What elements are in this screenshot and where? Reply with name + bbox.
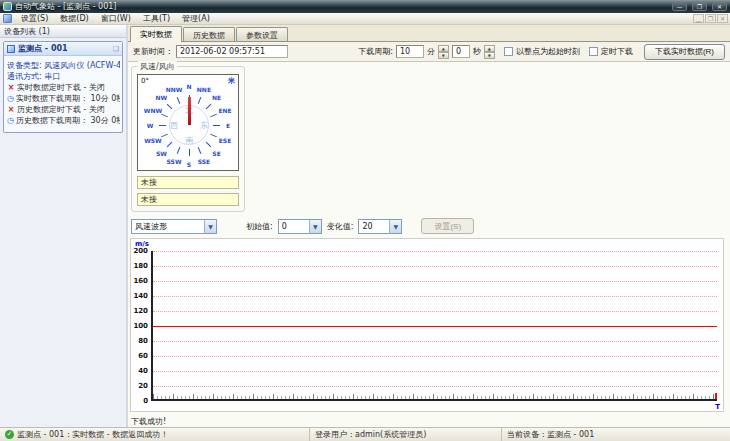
compass-direction-label: N bbox=[186, 83, 191, 90]
gridline bbox=[153, 296, 717, 297]
step-down-icon[interactable]: ▼ bbox=[484, 52, 495, 59]
pin-icon[interactable]: ❏ bbox=[113, 45, 119, 53]
app-icon bbox=[3, 2, 12, 11]
compass-direction-label: WNW bbox=[144, 107, 162, 114]
seconds-stepper[interactable]: ▲▼ bbox=[484, 45, 495, 58]
tab-实时数据[interactable]: 实时数据 bbox=[130, 26, 182, 42]
minutes-stepper[interactable]: ▲▼ bbox=[438, 45, 449, 58]
compass-spoke-icon bbox=[189, 149, 190, 156]
menu-items: 设置(S)数据(D)窗口(W)工具(T)管理(A) bbox=[15, 13, 216, 24]
window-title: 自动气象站 - [监测点 - 001] bbox=[15, 1, 667, 12]
y-tick-label: 40 bbox=[131, 367, 148, 375]
menu-item[interactable]: 设置(S) bbox=[15, 13, 54, 24]
status-bar: ✓ 监测点 - 001：实时数据 - 数据返回成功！ 登录用户：admin(系统… bbox=[0, 427, 730, 441]
y-tick-label: 100 bbox=[131, 322, 148, 330]
device-info-text: 实时数据下载周期： 10分 0秒 bbox=[16, 93, 120, 104]
seconds-unit-label: 秒 bbox=[473, 46, 481, 57]
chart: m/s T 200180160140120100806040200 bbox=[130, 238, 724, 412]
red-x-icon: × bbox=[7, 105, 15, 114]
settings-button[interactable]: 设置(S) bbox=[421, 218, 474, 234]
tab-参数设置[interactable]: 参数设置 bbox=[236, 27, 288, 41]
compass-spoke-icon bbox=[159, 125, 166, 126]
timed-download-label: 定时下载 bbox=[601, 46, 633, 57]
step-up-icon[interactable]: ▲ bbox=[484, 45, 495, 52]
compass-spoke-icon bbox=[161, 113, 168, 117]
compass-direction-label: NNE bbox=[197, 85, 211, 92]
compass-spoke-icon bbox=[177, 97, 181, 104]
menu-bar: 设置(S)数据(D)窗口(W)工具(T)管理(A) ▁ ❐ ✕ bbox=[0, 13, 730, 25]
menu-item[interactable]: 数据(D) bbox=[54, 13, 94, 24]
start-on-hour-checkbox-row[interactable]: 以整点为起始时刻 bbox=[504, 46, 580, 57]
gridline bbox=[153, 356, 717, 357]
compass-spoke-icon bbox=[213, 125, 220, 126]
device-panel[interactable]: 监测点 - 001 ❏ 设备类型: 风速风向仪 (ACFW-4)通讯方式: 串口… bbox=[3, 41, 123, 133]
compass-cn-s: 南 bbox=[185, 135, 193, 146]
timed-download-checkbox[interactable] bbox=[589, 47, 598, 56]
status-user-segment: 登录用户：admin(系统管理员) bbox=[310, 428, 502, 441]
minimize-button[interactable]: — bbox=[672, 2, 687, 11]
tab-历史数据[interactable]: 历史数据 bbox=[183, 27, 235, 41]
compass-spoke-icon bbox=[205, 104, 211, 110]
compass-cn-e: 东 bbox=[200, 120, 208, 131]
step-up-icon[interactable]: ▲ bbox=[438, 45, 449, 52]
compass-direction-label: WSW bbox=[144, 136, 162, 143]
start-on-hour-checkbox[interactable] bbox=[504, 47, 513, 56]
status-message: 监测点 - 001：实时数据 - 数据返回成功！ bbox=[17, 429, 168, 440]
compass-rose: 0° 米 NNNENEENEEESESESSESSSWSWWSWWWNWNWNN… bbox=[137, 74, 239, 171]
y-tick-label: 0 bbox=[131, 397, 148, 405]
tab-bar: 实时数据历史数据参数设置 bbox=[128, 25, 730, 42]
device-panel-body: 设备类型: 风速风向仪 (ACFW-4)通讯方式: 串口×实时数据定时下载 - … bbox=[4, 56, 122, 132]
device-info-line: 通讯方式: 串口 bbox=[7, 71, 120, 82]
menu-item[interactable]: 管理(A) bbox=[176, 13, 216, 24]
gridline bbox=[153, 371, 717, 372]
plot-area bbox=[151, 251, 717, 401]
wind-groupbox: 风速/风向 0° 米 NNNENEENEEESESESSESSSWSWWSWWW… bbox=[131, 66, 245, 212]
compass-cn-w: 西 bbox=[170, 120, 178, 131]
waveform-select[interactable]: 风速波形 ▼ bbox=[131, 219, 217, 234]
chart-xlabel: T bbox=[715, 403, 720, 411]
device-info-line: ◷历史数据下载周期： 30分 0秒 bbox=[7, 115, 120, 126]
chevron-down-icon: ▼ bbox=[204, 220, 216, 233]
menu-item[interactable]: 窗口(W) bbox=[95, 13, 137, 24]
wind-unit-label: 米 bbox=[228, 76, 235, 86]
maximize-button[interactable]: ❐ bbox=[692, 2, 707, 11]
x-axis-major-ticks bbox=[153, 394, 717, 399]
download-status-message: 下载成功! bbox=[131, 416, 166, 427]
device-info-text: 实时数据定时下载 - 关闭 bbox=[17, 82, 105, 93]
download-realtime-button[interactable]: 下载实时数据(R) bbox=[644, 44, 725, 60]
gridline bbox=[153, 386, 717, 387]
start-on-hour-label: 以整点为起始时刻 bbox=[516, 46, 580, 57]
clock-icon: ◷ bbox=[7, 116, 14, 125]
mdi-minimize-icon[interactable]: ▁ bbox=[693, 14, 704, 23]
device-info-text: 通讯方式: 串口 bbox=[7, 71, 60, 82]
compass-direction-label: SSE bbox=[198, 158, 210, 165]
timed-download-checkbox-row[interactable]: 定时下载 bbox=[589, 46, 633, 57]
chevron-down-icon: ▼ bbox=[389, 220, 401, 233]
close-button[interactable]: ✕ bbox=[712, 2, 727, 11]
compass-spoke-icon bbox=[167, 104, 173, 110]
initial-value-label: 初始值: bbox=[246, 221, 273, 232]
compass-direction-label: ESE bbox=[219, 136, 232, 143]
device-panel-header[interactable]: 监测点 - 001 ❏ bbox=[4, 42, 122, 56]
initial-value-select[interactable]: 0 ▼ bbox=[278, 219, 322, 234]
device-icon bbox=[7, 45, 15, 53]
change-value-select[interactable]: 20 ▼ bbox=[358, 219, 402, 234]
device-sidebar: 设备列表 (1) 监测点 - 001 ❏ 设备类型: 风速风向仪 (ACFW-4… bbox=[0, 25, 128, 427]
wind-group-title: 风速/风向 bbox=[138, 61, 177, 72]
main-panel: 实时数据历史数据参数设置 更新时间： 2012-06-02 09:57:51 下… bbox=[128, 25, 730, 427]
status-device-segment: 当前设备：监测点 - 001 bbox=[502, 428, 730, 441]
step-down-icon[interactable]: ▼ bbox=[438, 52, 449, 59]
minutes-input[interactable]: 10 bbox=[396, 45, 424, 58]
device-info-text: 历史数据定时下载 - 关闭 bbox=[17, 104, 105, 115]
change-value-label: 变化值: bbox=[327, 221, 354, 232]
mdi-restore-icon[interactable]: ❐ bbox=[705, 14, 716, 23]
menu-item[interactable]: 工具(T) bbox=[137, 13, 176, 24]
device-list-header: 设备列表 (1) bbox=[0, 25, 126, 38]
seconds-input[interactable]: 0 bbox=[452, 45, 470, 58]
chevron-down-icon: ▼ bbox=[309, 220, 321, 233]
compass-direction-label: ENE bbox=[218, 107, 231, 114]
mdi-child-icon bbox=[3, 14, 12, 23]
y-tick-label: 120 bbox=[131, 307, 148, 315]
title-bar: 自动气象站 - [监测点 - 001] — ❐ ✕ bbox=[0, 0, 730, 13]
mdi-close-icon[interactable]: ✕ bbox=[717, 14, 728, 23]
